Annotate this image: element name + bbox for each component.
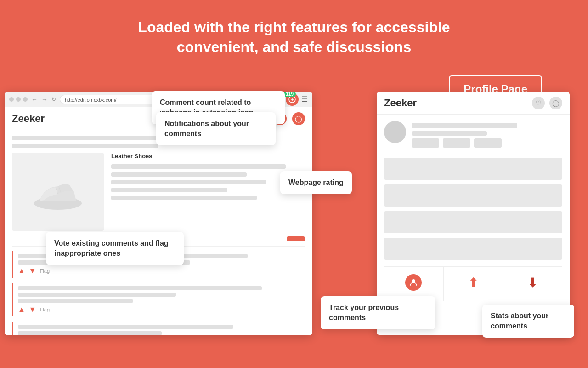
header-icons-right: ♡ ◯ <box>532 97 562 109</box>
profile-bottom-stats: ⬆ ⬇ <box>384 266 562 301</box>
pl5 <box>111 196 257 200</box>
tooltip-webpage-rating-text: Webpage rating <box>288 178 344 186</box>
pl4 <box>111 188 227 192</box>
top-line2 <box>12 144 158 148</box>
content-block-3 <box>384 211 562 233</box>
downvote-2[interactable]: ▼ <box>29 305 36 314</box>
avatar <box>384 121 406 143</box>
profile-top <box>384 121 562 151</box>
headline-line2: convenient, and safe discussions <box>177 39 411 55</box>
comment-row-3: ▲ ▼ Flag <box>12 322 305 335</box>
headline-line1: Loaded with the right features for acces… <box>138 19 450 35</box>
product-image <box>12 153 104 231</box>
stat-box1 <box>412 138 439 148</box>
content-block-4 <box>384 238 562 260</box>
user-icon-right[interactable]: ◯ <box>549 97 562 109</box>
bottom-stat-upvotes: ⬆ <box>444 267 503 301</box>
forward-arrow[interactable]: → <box>41 96 48 103</box>
tooltip-stats-comments: Stats about your comments <box>482 305 574 337</box>
tooltip-track-comments-text: Track your previous comments <box>329 304 399 322</box>
shoe-svg <box>30 169 85 215</box>
comment-line-2b <box>18 293 176 297</box>
stat-box3 <box>474 138 502 148</box>
bell-icon-right[interactable]: ♡ <box>532 97 545 109</box>
zeeker-logo-right: Zeeker <box>384 97 417 109</box>
url-text: http://edition.cxbx.com/ <box>65 97 117 103</box>
comment-line-2a <box>18 286 262 290</box>
refresh-icon[interactable]: ↻ <box>51 96 56 103</box>
dot3 <box>23 97 28 102</box>
upvote-2[interactable]: ▲ <box>18 305 25 314</box>
vote-area-1: ▲ ▼ Flag <box>18 267 305 275</box>
comment-line-2c <box>18 299 133 303</box>
vote-area-2: ▲ ▼ Flag <box>18 305 305 314</box>
comment-line-3b <box>18 331 162 335</box>
browser-dots <box>9 97 28 102</box>
bottom-stat-downvotes: ⬇ <box>503 267 562 301</box>
profile-info-lines <box>412 121 562 151</box>
flag-1[interactable]: Flag <box>40 268 50 274</box>
content-block-2 <box>384 184 562 207</box>
bottom-stat-comments <box>384 267 444 301</box>
dot1 <box>9 97 14 102</box>
downvote-stat-icon: ⬇ <box>527 275 538 290</box>
stat-avatar-icon <box>405 274 422 291</box>
headline: Loaded with the right features for acces… <box>0 0 588 71</box>
downvote-1[interactable]: ▼ <box>29 267 36 275</box>
right-content-blocks <box>384 158 562 260</box>
comment-content-2: ▲ ▼ Flag <box>18 286 305 314</box>
extension-count: 119 <box>283 92 296 97</box>
menu-icon[interactable]: ☰ <box>301 95 308 104</box>
back-arrow[interactable]: ← <box>31 96 38 103</box>
main-area: Profile Page ← → ↻ http://edition.cxbx.c… <box>0 71 588 356</box>
zeeker-logo-left: Zeeker <box>12 113 45 125</box>
product-title: Leather Shoes <box>111 153 305 160</box>
pl2 <box>111 172 247 177</box>
content-block-1 <box>384 158 562 180</box>
extension-area: 119 ☰ <box>286 93 308 106</box>
flag-2[interactable]: Flag <box>40 307 50 312</box>
tooltip-notifications: Notifications about your comments <box>156 112 276 145</box>
comment-content-3: ▲ ▼ Flag <box>18 325 305 335</box>
product-lines <box>111 164 305 200</box>
name-line <box>412 123 517 128</box>
user-icon-left[interactable]: ◯ <box>292 112 305 125</box>
profile-body: ⬆ ⬇ <box>377 115 570 307</box>
product-area: Leather Shoes <box>12 153 305 231</box>
comment-line-3a <box>18 325 233 329</box>
tooltip-webpage-rating: Webpage rating <box>280 171 352 194</box>
tooltip-notifications-text: Notifications about your comments <box>164 120 249 138</box>
comment-row-2: ▲ ▼ Flag <box>12 283 305 316</box>
profile-stats-row <box>412 138 562 148</box>
tooltip-track-comments: Track your previous comments <box>321 296 435 329</box>
upvote-1[interactable]: ▲ <box>18 267 25 275</box>
stat-box2 <box>443 138 470 148</box>
upvote-stat-icon: ⬆ <box>468 275 479 290</box>
tooltip-vote-flag: Vote existing comments and flag inapprop… <box>46 232 184 264</box>
tooltip-stats-text: Stats about your comments <box>491 312 548 330</box>
zeeker-header-right: Zeeker ♡ ◯ <box>377 92 570 115</box>
pl3 <box>111 180 266 184</box>
sub-line <box>412 131 487 136</box>
tooltip-vote-flag-text: Vote existing comments and flag inapprop… <box>54 239 169 257</box>
product-info: Leather Shoes <box>111 153 305 231</box>
dot2 <box>16 97 21 102</box>
action-button[interactable] <box>287 236 305 241</box>
pl1 <box>111 164 286 169</box>
